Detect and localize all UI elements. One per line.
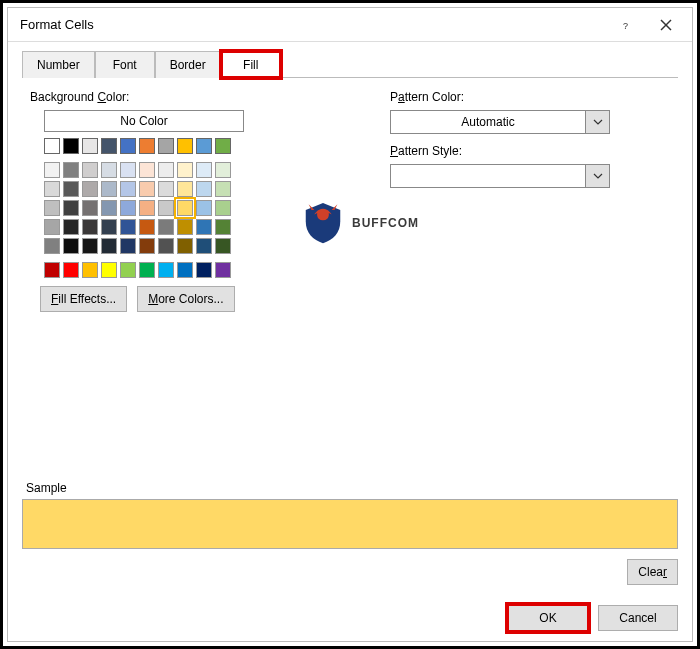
color-swatch[interactable]: [215, 200, 231, 216]
pattern-color-select[interactable]: Automatic: [390, 110, 610, 134]
pattern-style-select[interactable]: [390, 164, 610, 188]
color-swatch[interactable]: [101, 162, 117, 178]
color-swatch[interactable]: [158, 219, 174, 235]
color-swatch[interactable]: [196, 219, 212, 235]
color-swatch[interactable]: [120, 181, 136, 197]
color-swatch[interactable]: [82, 162, 98, 178]
color-swatch[interactable]: [196, 262, 212, 278]
color-swatch[interactable]: [177, 181, 193, 197]
color-swatch[interactable]: [44, 238, 60, 254]
color-swatch[interactable]: [196, 200, 212, 216]
pattern-color-value: Automatic: [461, 115, 514, 129]
format-cells-dialog: Format Cells ? Number Font Border Fill B…: [7, 7, 693, 642]
color-swatch[interactable]: [139, 181, 155, 197]
color-swatch[interactable]: [139, 138, 155, 154]
color-swatch[interactable]: [139, 200, 155, 216]
dialog-title: Format Cells: [20, 17, 606, 32]
color-swatch[interactable]: [44, 181, 60, 197]
color-swatch[interactable]: [44, 162, 60, 178]
color-swatch[interactable]: [196, 238, 212, 254]
color-swatch[interactable]: [82, 138, 98, 154]
color-swatch[interactable]: [63, 238, 79, 254]
color-swatch[interactable]: [139, 162, 155, 178]
color-swatch[interactable]: [101, 238, 117, 254]
color-swatch[interactable]: [120, 219, 136, 235]
color-swatch[interactable]: [101, 138, 117, 154]
tab-font[interactable]: Font: [95, 51, 155, 78]
color-swatch[interactable]: [101, 219, 117, 235]
color-swatch[interactable]: [215, 219, 231, 235]
color-swatch[interactable]: [44, 200, 60, 216]
color-swatch[interactable]: [82, 200, 98, 216]
color-swatch[interactable]: [101, 181, 117, 197]
color-swatch[interactable]: [196, 138, 212, 154]
color-swatch[interactable]: [158, 262, 174, 278]
help-button[interactable]: ?: [606, 11, 646, 39]
color-swatch[interactable]: [158, 200, 174, 216]
no-color-button[interactable]: No Color: [44, 110, 244, 132]
color-swatch[interactable]: [215, 238, 231, 254]
color-swatch[interactable]: [44, 138, 60, 154]
color-swatch[interactable]: [120, 200, 136, 216]
color-swatch[interactable]: [63, 200, 79, 216]
color-swatch[interactable]: [215, 181, 231, 197]
color-swatch[interactable]: [177, 219, 193, 235]
bg-color-label: Background Color:: [30, 90, 352, 104]
color-swatch[interactable]: [139, 262, 155, 278]
color-swatch[interactable]: [120, 162, 136, 178]
color-swatch[interactable]: [215, 262, 231, 278]
chevron-down-icon[interactable]: [586, 164, 610, 188]
tab-strip: Number Font Border Fill: [22, 50, 678, 78]
color-swatch[interactable]: [63, 181, 79, 197]
color-swatch[interactable]: [63, 262, 79, 278]
color-swatch[interactable]: [120, 262, 136, 278]
color-swatch[interactable]: [82, 262, 98, 278]
color-swatch[interactable]: [139, 238, 155, 254]
color-swatch[interactable]: [158, 162, 174, 178]
color-swatch[interactable]: [82, 181, 98, 197]
color-swatch[interactable]: [63, 219, 79, 235]
more-colors-button[interactable]: More Colors...: [137, 286, 234, 312]
pattern-color-label: Pattern Color:: [390, 90, 678, 104]
color-swatch[interactable]: [215, 162, 231, 178]
color-swatch[interactable]: [158, 238, 174, 254]
color-swatch[interactable]: [177, 238, 193, 254]
fill-effects-button[interactable]: Fill Effects...: [40, 286, 127, 312]
color-swatch[interactable]: [82, 238, 98, 254]
tab-border[interactable]: Border: [155, 51, 221, 78]
color-swatch[interactable]: [196, 181, 212, 197]
color-swatch[interactable]: [63, 162, 79, 178]
shield-icon: [300, 200, 346, 246]
watermark-logo: BUFFCOM: [300, 200, 419, 246]
ok-button[interactable]: OK: [508, 605, 588, 631]
color-swatch[interactable]: [177, 162, 193, 178]
color-swatch[interactable]: [177, 200, 193, 216]
color-swatch[interactable]: [63, 138, 79, 154]
chevron-down-icon[interactable]: [586, 110, 610, 134]
color-swatch[interactable]: [158, 181, 174, 197]
color-swatch[interactable]: [120, 238, 136, 254]
close-button[interactable]: [646, 11, 686, 39]
color-swatch[interactable]: [120, 138, 136, 154]
color-swatch[interactable]: [44, 262, 60, 278]
tab-fill[interactable]: Fill: [221, 51, 281, 78]
color-swatch[interactable]: [101, 262, 117, 278]
color-swatch[interactable]: [158, 138, 174, 154]
clear-button[interactable]: Clear: [627, 559, 678, 585]
sample-label: Sample: [26, 481, 678, 495]
color-swatch[interactable]: [177, 138, 193, 154]
color-swatch[interactable]: [215, 138, 231, 154]
dialog-footer: OK Cancel: [8, 595, 692, 641]
sample-preview: [22, 499, 678, 549]
svg-text:?: ?: [623, 20, 628, 30]
color-swatch[interactable]: [82, 219, 98, 235]
tab-number[interactable]: Number: [22, 51, 95, 78]
theme-colors: [44, 138, 352, 154]
color-swatch[interactable]: [196, 162, 212, 178]
color-swatch[interactable]: [44, 219, 60, 235]
standard-colors: [44, 262, 352, 278]
color-swatch[interactable]: [177, 262, 193, 278]
color-swatch[interactable]: [101, 200, 117, 216]
cancel-button[interactable]: Cancel: [598, 605, 678, 631]
color-swatch[interactable]: [139, 219, 155, 235]
